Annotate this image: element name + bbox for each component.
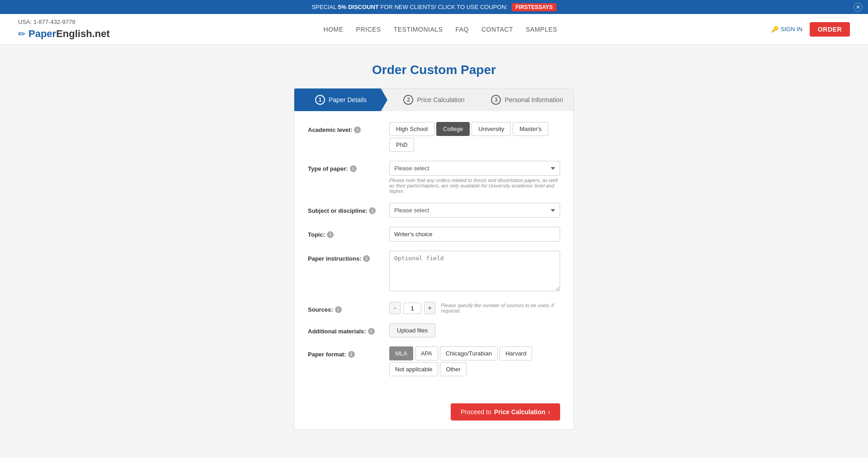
phone-number: USA: 1-877-432-9779 bbox=[18, 19, 75, 25]
step-3-label: Personal Information bbox=[505, 96, 563, 103]
logo[interactable]: ✏ PaperEnglish.net bbox=[18, 28, 110, 40]
format-mla[interactable]: MLA bbox=[389, 346, 413, 360]
type-of-paper-label: Type of paper: i bbox=[308, 161, 389, 172]
type-of-paper-row: Type of paper: i Please select Please no… bbox=[308, 161, 560, 194]
academic-level-university[interactable]: University bbox=[472, 122, 511, 136]
topic-label: Topic: i bbox=[308, 227, 389, 238]
wizard-step-1[interactable]: 1 Paper Details bbox=[294, 89, 387, 111]
sources-decrement-button[interactable]: - bbox=[389, 302, 401, 314]
subject-control: Please select bbox=[389, 203, 560, 218]
subject-row: Subject or discipline: i Please select bbox=[308, 203, 560, 218]
subject-label: Subject or discipline: i bbox=[308, 203, 389, 214]
academic-level-options: High School College University Master's … bbox=[389, 122, 560, 152]
wizard-steps: 1 Paper Details 2 Price Calculation 3 Pe… bbox=[294, 89, 574, 111]
nav-testimonials[interactable]: TESTIMONIALS bbox=[394, 26, 443, 33]
type-of-paper-select[interactable]: Please select bbox=[389, 161, 560, 176]
format-not-applicable[interactable]: Not applicable bbox=[389, 362, 438, 376]
sources-increment-button[interactable]: + bbox=[424, 302, 435, 314]
type-of-paper-control: Please select Please note that any order… bbox=[389, 161, 560, 194]
paper-format-info-icon[interactable]: i bbox=[348, 351, 355, 358]
academic-level-row: Academic level: i High School College Un… bbox=[308, 122, 560, 152]
proceed-button[interactable]: Proceed to Price Calculation › bbox=[451, 403, 560, 421]
coupon-badge[interactable]: FIRSTESSAYS bbox=[512, 3, 556, 11]
header-left: USA: 1-877-432-9779 ✏ PaperEnglish.net bbox=[18, 19, 110, 40]
topic-row: Topic: i bbox=[308, 227, 560, 242]
step-2-number: 2 bbox=[403, 95, 413, 105]
page-content: Order Custom Paper 1 Paper Details 2 Pri… bbox=[0, 45, 868, 457]
banner-discount: 5% DISCOUNT bbox=[338, 4, 379, 10]
top-banner: SPECIAL 5% DISCOUNT FOR NEW CLIENTS! CLI… bbox=[0, 0, 868, 14]
additional-materials-control: Upload files bbox=[389, 323, 560, 337]
format-apa[interactable]: APA bbox=[415, 346, 438, 360]
academic-level-info-icon[interactable]: i bbox=[354, 126, 361, 133]
topic-input[interactable] bbox=[389, 227, 560, 242]
paper-format-row: Paper format: i MLA APA Chicago/Turabian… bbox=[308, 346, 560, 376]
subject-info-icon[interactable]: i bbox=[369, 207, 376, 214]
form-body: Academic level: i High School College Un… bbox=[294, 111, 574, 396]
nav-home[interactable]: HOME bbox=[324, 26, 344, 33]
instructions-label: Paper instructions: i bbox=[308, 251, 389, 262]
instructions-textarea[interactable] bbox=[389, 251, 560, 291]
additional-materials-label: Additional materials: i bbox=[308, 323, 389, 335]
proceed-arrow: › bbox=[548, 408, 550, 416]
academic-level-college[interactable]: College bbox=[436, 122, 470, 136]
sign-in-icon: 🔑 bbox=[771, 26, 778, 33]
academic-level-label: Academic level: i bbox=[308, 122, 389, 133]
sign-in-label: SIGN IN bbox=[781, 26, 802, 33]
wizard-step-3[interactable]: 3 Personal Information bbox=[481, 89, 574, 111]
upload-files-button[interactable]: Upload files bbox=[389, 323, 435, 337]
nav-samples[interactable]: SAMPLES bbox=[526, 26, 557, 33]
proceed-prefix: Proceed to bbox=[461, 408, 491, 416]
additional-materials-info-icon[interactable]: i bbox=[368, 328, 375, 335]
order-wizard: 1 Paper Details 2 Price Calculation 3 Pe… bbox=[294, 88, 574, 430]
step-3-number: 3 bbox=[491, 95, 501, 105]
topic-info-icon[interactable]: i bbox=[327, 231, 334, 238]
subject-select[interactable]: Please select bbox=[389, 203, 560, 218]
sources-row: Sources: i - + Please specify the number… bbox=[308, 302, 560, 314]
type-of-paper-info-icon[interactable]: i bbox=[350, 165, 357, 172]
instructions-control bbox=[389, 251, 560, 293]
logo-text: PaperEnglish.net bbox=[28, 28, 110, 40]
banner-text: SPECIAL 5% DISCOUNT FOR NEW CLIENTS! CLI… bbox=[311, 4, 556, 10]
type-of-paper-note: Please note that any orders related to t… bbox=[389, 178, 560, 194]
paper-format-options: MLA APA Chicago/Turabian Harvard Not app… bbox=[389, 346, 560, 376]
format-other[interactable]: Other bbox=[440, 362, 467, 376]
nav-prices[interactable]: PRICES bbox=[356, 26, 381, 33]
logo-paper: Paper bbox=[28, 28, 56, 39]
instructions-info-icon[interactable]: i bbox=[363, 255, 370, 262]
page-title: Order Custom Paper bbox=[372, 63, 496, 77]
additional-materials-row: Additional materials: i Upload files bbox=[308, 323, 560, 337]
step-2-label: Price Calculation bbox=[417, 96, 464, 103]
sources-value-input[interactable] bbox=[403, 303, 421, 314]
logo-english: English.net bbox=[56, 28, 110, 39]
nav-contact[interactable]: CONTACT bbox=[481, 26, 513, 33]
academic-level-high-school[interactable]: High School bbox=[389, 122, 434, 136]
format-chicago[interactable]: Chicago/Turabian bbox=[440, 346, 498, 360]
academic-level-phd[interactable]: PhD bbox=[389, 138, 414, 152]
sources-control: - + Please specify the number of sources… bbox=[389, 302, 560, 314]
order-button[interactable]: ORDER bbox=[810, 22, 850, 37]
header-right: 🔑 SIGN IN ORDER bbox=[771, 22, 850, 37]
sources-label: Sources: i bbox=[308, 302, 389, 313]
format-harvard[interactable]: Harvard bbox=[500, 346, 532, 360]
instructions-row: Paper instructions: i bbox=[308, 251, 560, 293]
logo-icon: ✏ bbox=[18, 28, 26, 39]
sign-in-link[interactable]: 🔑 SIGN IN bbox=[771, 26, 802, 33]
step-1-label: Paper Details bbox=[329, 96, 367, 103]
step-1-number: 1 bbox=[315, 95, 325, 105]
header: USA: 1-877-432-9779 ✏ PaperEnglish.net H… bbox=[0, 14, 868, 45]
wizard-step-2[interactable]: 2 Price Calculation bbox=[387, 89, 481, 111]
nav-faq[interactable]: FAQ bbox=[455, 26, 469, 33]
paper-format-label: Paper format: i bbox=[308, 346, 389, 358]
main-nav: HOME PRICES TESTIMONIALS FAQ CONTACT SAM… bbox=[324, 26, 557, 33]
proceed-highlight: Price Calculation bbox=[494, 408, 546, 416]
academic-level-masters[interactable]: Master's bbox=[513, 122, 548, 136]
banner-close-button[interactable]: ✕ bbox=[854, 3, 863, 12]
form-footer: Proceed to Price Calculation › bbox=[294, 396, 574, 430]
sources-note: Please specify the number of sources to … bbox=[441, 303, 560, 313]
sources-info-icon[interactable]: i bbox=[335, 306, 342, 313]
topic-control bbox=[389, 227, 560, 242]
